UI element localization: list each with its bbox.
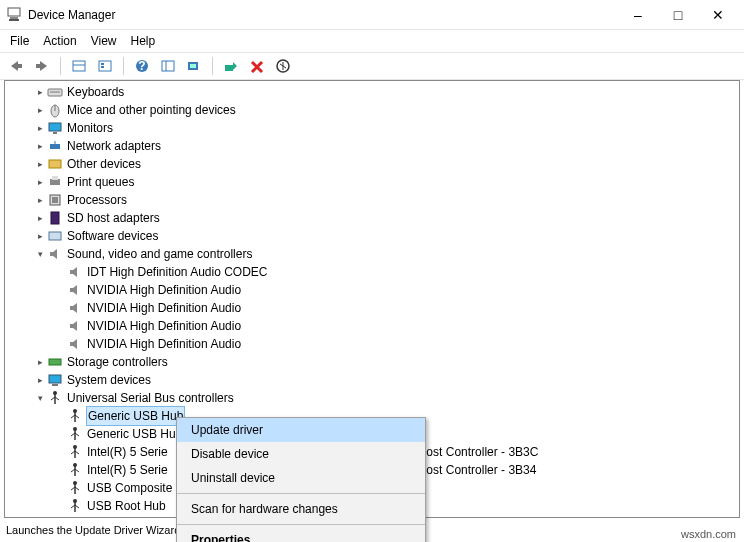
collapse-icon[interactable]: ▾ bbox=[33, 389, 47, 407]
scan-hardware-button[interactable] bbox=[184, 56, 204, 76]
tree-row-label[interactable]: System devices bbox=[67, 371, 151, 389]
tree-row[interactable]: ▸Processors bbox=[5, 191, 739, 209]
tree-row-label[interactable]: Network adapters bbox=[67, 137, 161, 155]
show-hidden-button[interactable] bbox=[69, 56, 89, 76]
tree-row-label[interactable]: NVIDIA High Definition Audio bbox=[87, 281, 241, 299]
svg-text:?: ? bbox=[138, 59, 145, 73]
tree-row-label[interactable]: Generic USB Hu bbox=[87, 425, 176, 443]
svg-rect-9 bbox=[101, 66, 104, 68]
tree-row[interactable]: ▸IDT High Definition Audio CODEC bbox=[5, 263, 739, 281]
tree-row[interactable]: ▾Sound, video and game controllers bbox=[5, 245, 739, 263]
tree-row-label[interactable]: Sound, video and game controllers bbox=[67, 245, 252, 263]
expand-icon[interactable]: ▸ bbox=[33, 227, 47, 245]
sound-icon bbox=[67, 318, 83, 334]
svg-rect-1 bbox=[10, 17, 18, 19]
tree-row-label[interactable]: USB Root Hub bbox=[87, 497, 166, 515]
tree-row[interactable]: ▸Print queues bbox=[5, 173, 739, 191]
expand-icon[interactable]: ▸ bbox=[33, 191, 47, 209]
tree-row-label[interactable]: Storage controllers bbox=[67, 353, 168, 371]
tree-row[interactable]: ▸Network adapters bbox=[5, 137, 739, 155]
tree-row[interactable]: ▸NVIDIA High Definition Audio bbox=[5, 299, 739, 317]
toolbar: ? bbox=[0, 52, 744, 80]
tree-row-label[interactable]: IDT High Definition Audio CODEC bbox=[87, 263, 268, 281]
tree-row-label[interactable]: NVIDIA High Definition Audio bbox=[87, 317, 241, 335]
disable-button[interactable] bbox=[273, 56, 293, 76]
usb-icon bbox=[67, 516, 83, 518]
svg-rect-0 bbox=[8, 8, 20, 16]
context-menu-separator bbox=[177, 493, 425, 494]
tree-row-tail: Host Controller - 3B3C bbox=[418, 443, 539, 461]
sound-icon bbox=[47, 246, 63, 262]
tree-row-label[interactable]: NVIDIA High Definition Audio bbox=[87, 335, 241, 353]
back-button[interactable] bbox=[6, 56, 26, 76]
network-icon bbox=[47, 138, 63, 154]
view-button[interactable] bbox=[158, 56, 178, 76]
tree-row[interactable]: ▸Other devices bbox=[5, 155, 739, 173]
tree-row-label[interactable]: Processors bbox=[67, 191, 127, 209]
collapse-icon[interactable]: ▾ bbox=[33, 245, 47, 263]
expand-icon[interactable]: ▸ bbox=[33, 155, 47, 173]
expand-icon[interactable]: ▸ bbox=[33, 101, 47, 119]
tree-row-label[interactable]: Other devices bbox=[67, 155, 141, 173]
tree-row-label[interactable]: Universal Serial Bus controllers bbox=[67, 389, 234, 407]
mouse-icon bbox=[47, 102, 63, 118]
expand-icon[interactable]: ▸ bbox=[33, 371, 47, 389]
menu-action[interactable]: Action bbox=[43, 34, 76, 48]
context-menu-item[interactable]: Disable device bbox=[177, 442, 425, 466]
expand-icon[interactable]: ▸ bbox=[33, 83, 47, 101]
uninstall-button[interactable] bbox=[247, 56, 267, 76]
update-driver-button[interactable] bbox=[221, 56, 241, 76]
tree-row[interactable]: ▸NVIDIA High Definition Audio bbox=[5, 281, 739, 299]
tree-row-label[interactable]: Generic USB Hub bbox=[87, 407, 184, 425]
expand-icon[interactable]: ▸ bbox=[33, 173, 47, 191]
expand-icon[interactable]: ▸ bbox=[33, 353, 47, 371]
context-menu-item[interactable]: Update driver bbox=[177, 418, 425, 442]
tree-row[interactable]: ▸Software devices bbox=[5, 227, 739, 245]
menu-file[interactable]: File bbox=[10, 34, 29, 48]
tree-row-tail: Host Controller - 3B34 bbox=[418, 461, 537, 479]
expand-icon[interactable]: ▸ bbox=[33, 209, 47, 227]
tree-row[interactable]: ▸NVIDIA High Definition Audio bbox=[5, 317, 739, 335]
tree-row-label[interactable]: Print queues bbox=[67, 173, 134, 191]
system-icon bbox=[47, 372, 63, 388]
svg-rect-23 bbox=[53, 132, 57, 134]
forward-button[interactable] bbox=[32, 56, 52, 76]
svg-rect-8 bbox=[101, 63, 104, 65]
properties-button[interactable] bbox=[95, 56, 115, 76]
context-menu-item[interactable]: Uninstall device bbox=[177, 466, 425, 490]
context-menu-item[interactable]: Scan for hardware changes bbox=[177, 497, 425, 521]
tree-row-label[interactable]: NVIDIA High Definition Audio bbox=[87, 299, 241, 317]
expand-icon[interactable]: ▸ bbox=[33, 119, 47, 137]
menu-help[interactable]: Help bbox=[131, 34, 156, 48]
tree-row-label[interactable]: USB Root Hub bbox=[87, 515, 166, 518]
tree-row-label[interactable]: Monitors bbox=[67, 119, 113, 137]
tree-row[interactable]: ▾Universal Serial Bus controllers bbox=[5, 389, 739, 407]
tree-row-label[interactable]: Mice and other pointing devices bbox=[67, 101, 236, 119]
svg-rect-31 bbox=[51, 212, 59, 224]
menu-view[interactable]: View bbox=[91, 34, 117, 48]
expand-icon[interactable]: ▸ bbox=[33, 137, 47, 155]
tree-row[interactable]: ▸System devices bbox=[5, 371, 739, 389]
cpu-icon bbox=[47, 192, 63, 208]
maximize-button[interactable]: □ bbox=[658, 7, 698, 23]
help-button[interactable]: ? bbox=[132, 56, 152, 76]
close-button[interactable]: ✕ bbox=[698, 7, 738, 23]
tree-row-label[interactable]: Intel(R) 5 Serie bbox=[87, 461, 168, 479]
tree-row-label[interactable]: Intel(R) 5 Serie bbox=[87, 443, 168, 461]
minimize-button[interactable]: – bbox=[618, 7, 658, 23]
tree-row[interactable]: ▸Storage controllers bbox=[5, 353, 739, 371]
tree-row[interactable]: ▸NVIDIA High Definition Audio bbox=[5, 335, 739, 353]
context-menu-item[interactable]: Properties bbox=[177, 528, 425, 542]
svg-rect-32 bbox=[49, 232, 61, 240]
tree-row[interactable]: ▸Mice and other pointing devices bbox=[5, 101, 739, 119]
svg-rect-12 bbox=[162, 61, 174, 71]
tree-row[interactable]: ▸Monitors bbox=[5, 119, 739, 137]
tree-row[interactable]: ▸SD host adapters bbox=[5, 209, 739, 227]
tree-row[interactable]: ▸Keyboards bbox=[5, 83, 739, 101]
tree-row-label[interactable]: SD host adapters bbox=[67, 209, 160, 227]
tree-row-label[interactable]: Software devices bbox=[67, 227, 158, 245]
sound-icon bbox=[67, 336, 83, 352]
monitor-icon bbox=[47, 120, 63, 136]
tree-row-label[interactable]: Keyboards bbox=[67, 83, 124, 101]
tree-row-label[interactable]: USB Composite bbox=[87, 479, 172, 497]
